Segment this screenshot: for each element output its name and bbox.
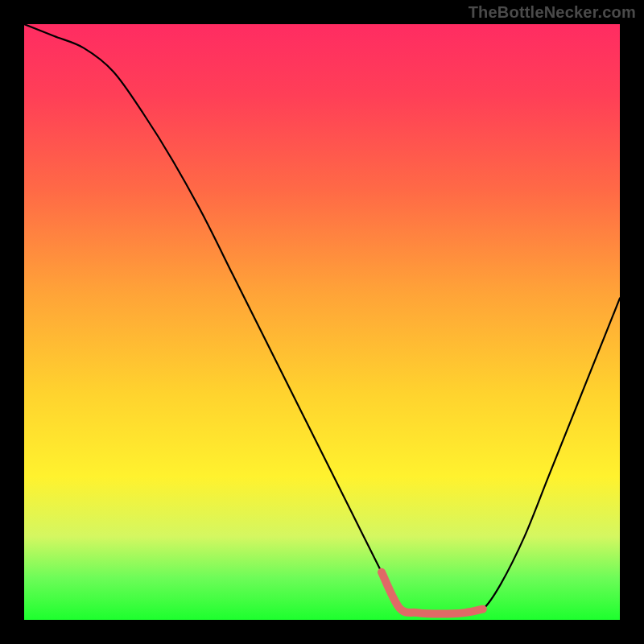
bottleneck-curve [24,24,620,614]
stage: TheBottleNecker.com [0,0,644,644]
curves-layer [24,24,620,620]
curve-minimum-highlight [382,572,483,614]
plot-area [24,24,620,620]
watermark-text: TheBottleNecker.com [469,3,636,22]
